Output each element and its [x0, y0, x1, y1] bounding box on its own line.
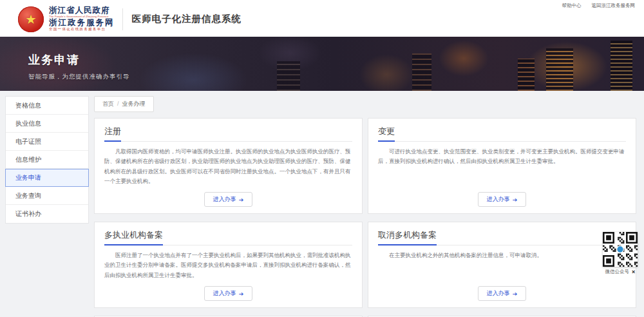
card-title: 注册: [104, 126, 121, 142]
enter-service-label: 进入办事: [213, 195, 236, 204]
card-title-row: 变更: [378, 125, 626, 142]
card-title: 变更: [378, 126, 395, 142]
cards-grid: 注册凡取得国内医师资格的，均可申请医师执业注册。执业医师的执业地点为执业医师执业…: [94, 118, 636, 317]
gov-logo-text: 浙江省人民政府 The People's Government of Zheji…: [49, 6, 115, 31]
sidebar-menu: 资格信息执业信息电子证照信息维护业务申请业务查询证书补办: [5, 96, 89, 224]
arrow-right-icon: ➔: [239, 291, 244, 297]
breadcrumb-current: 业务办理: [122, 101, 146, 107]
enter-service-label: 进入办事: [487, 195, 510, 204]
arrow-right-icon: ➔: [239, 197, 244, 203]
sidebar-item-qualification-info[interactable]: 资格信息: [6, 97, 88, 115]
topbar-links: 帮助中心 返回浙江政务服务网: [553, 3, 635, 9]
card-title-row: 取消多机构备案: [378, 229, 626, 245]
hero-banner: 业务申请 智能导服，为您提供准确办事引导: [0, 37, 644, 91]
enter-service-button[interactable]: 进入办事➔: [478, 192, 527, 207]
gov-name: 浙江省人民政府: [49, 6, 115, 15]
card-button-row: 进入办事➔: [104, 186, 352, 207]
sidebar-item-practice-info[interactable]: 执业信息: [6, 115, 88, 133]
enter-service-button[interactable]: 进入办事➔: [478, 286, 527, 301]
qr-code: [603, 232, 638, 267]
sidebar-item-business-query[interactable]: 业务查询: [6, 187, 88, 205]
national-emblem-icon: ★: [18, 6, 44, 32]
card-title-row: 多执业机构备案: [104, 229, 352, 245]
breadcrumb: 首页/业务办理: [94, 96, 154, 112]
portal-tagline: 全国一体化在线政务服务平台: [49, 28, 115, 32]
card-title-row: 注册: [104, 125, 352, 142]
sidebar-item-info-maintenance[interactable]: 信息维护: [6, 151, 88, 169]
arrow-right-icon: ➔: [513, 197, 518, 203]
wechat-qr-widget: 微信公众号 ×: [600, 232, 640, 275]
enter-service-button[interactable]: 进入办事➔: [204, 286, 253, 301]
help-center-link[interactable]: 帮助中心: [562, 3, 581, 8]
return-portal-link[interactable]: 返回浙江政务服务网: [592, 3, 636, 8]
enter-service-label: 进入办事: [487, 289, 510, 298]
card-multi-org-filing: 多执业机构备案医师注册了一个执业地点并有了一个主要执业机构后，如果要到其他机构执…: [94, 222, 363, 308]
site-header: 帮助中心 返回浙江政务服务网 ★ 浙江省人民政府 The People's Go…: [0, 0, 644, 37]
banner-title: 业务申请: [28, 52, 644, 68]
card-button-row: 进入办事➔: [378, 280, 626, 301]
portal-name: 浙江政务服务网: [49, 19, 115, 27]
header-divider: [122, 8, 123, 30]
card-cancel-multi-org-filing: 取消多机构备案在主要执业机构之外的其他机构备案的注册信息，可申请取消。进入办事➔: [368, 222, 636, 308]
breadcrumb-separator: /: [117, 101, 119, 107]
enter-service-button[interactable]: 进入办事➔: [204, 192, 253, 207]
system-title: 医师电子化注册信息系统: [132, 13, 242, 25]
card-change: 变更可进行执业地点变更、执业范围变更、执业类别变更，并可变更主要执业机构。医师提…: [368, 118, 636, 214]
sidebar-item-e-license[interactable]: 电子证照: [6, 133, 88, 151]
breadcrumb-home[interactable]: 首页: [102, 101, 114, 107]
card-description: 凡取得国内医师资格的，均可申请医师执业注册。执业医师的执业地点为执业医师执业的医…: [104, 147, 352, 186]
card-register: 注册凡取得国内医师资格的，均可申请医师执业注册。执业医师的执业地点为执业医师执业…: [94, 118, 363, 214]
card-button-row: 进入办事➔: [104, 280, 352, 301]
page: 帮助中心 返回浙江政务服务网 ★ 浙江省人民政府 The People's Go…: [0, 0, 644, 317]
card-description: 医师注册了一个执业地点并有了一个主要执业机构后，如果要到其他机构执业，需到批准该…: [104, 251, 352, 280]
card-title: 取消多机构备案: [378, 229, 437, 245]
emblem-star-icon: ★: [25, 13, 37, 26]
sidebar-item-business-application[interactable]: 业务申请: [5, 169, 89, 187]
card-title: 多执业机构备案: [104, 229, 163, 245]
card-description: 在主要执业机构之外的其他机构备案的注册信息，可申请取消。: [378, 251, 626, 260]
qr-close-icon[interactable]: ×: [632, 269, 635, 275]
qr-caption: 微信公众号: [605, 269, 630, 275]
sidebar-item-certificate-reissue[interactable]: 证书补办: [6, 205, 88, 223]
card-button-row: 进入办事➔: [378, 186, 626, 207]
brand-row: ★ 浙江省人民政府 The People's Government of Zhe…: [18, 0, 635, 37]
enter-service-label: 进入办事: [213, 289, 236, 298]
main-area: 资格信息执业信息电子证照信息维护业务申请业务查询证书补办 首页/业务办理 注册凡…: [0, 91, 644, 317]
card-description: 可进行执业地点变更、执业范围变更、执业类别变更，并可变更主要执业机构。医师提交变…: [378, 147, 626, 167]
content-area: 首页/业务办理 注册凡取得国内医师资格的，均可申请医师执业注册。执业医师的执业地…: [94, 96, 636, 317]
banner-subtitle: 智能导服，为您提供准确办事引导: [28, 73, 644, 81]
arrow-right-icon: ➔: [513, 291, 518, 297]
